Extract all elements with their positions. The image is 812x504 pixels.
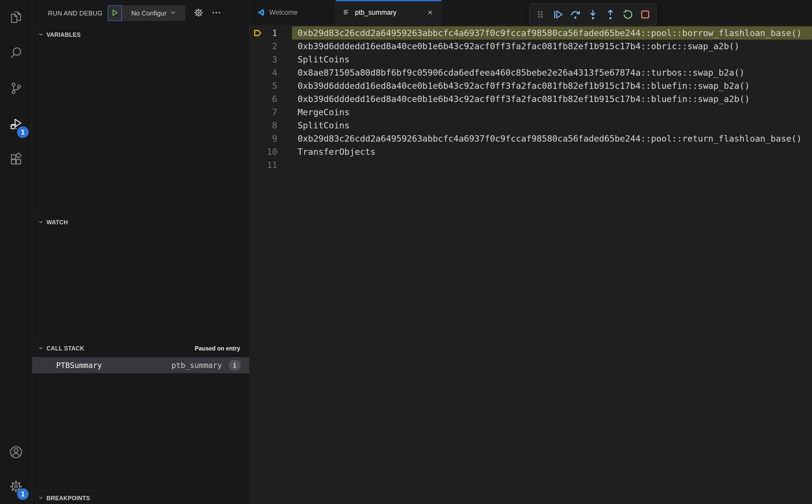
sidebar-title: RUN AND DEBUG <box>48 10 103 17</box>
step-over-icon <box>569 8 582 21</box>
editor-lines: 1 0xb29d83c26cdd2a64959263abbcfc4a6937f0… <box>250 26 812 172</box>
breakpoints-section: BREAKPOINTS <box>32 490 249 504</box>
line-gutter[interactable]: 7 <box>250 106 292 119</box>
sidebar-item-extensions[interactable] <box>0 142 32 178</box>
frame-file-name: ptb_summary <box>171 361 222 370</box>
line-number: 9 <box>250 132 277 145</box>
manage-settings-button[interactable]: 1 <box>0 470 32 504</box>
step-into-button[interactable] <box>586 7 600 22</box>
run-and-debug-sidebar: RUN AND DEBUG No Configur <box>32 0 249 504</box>
line-text[interactable]: 0x8ae871505a80d8bf6bf9c05906cda6edfeea46… <box>292 66 812 79</box>
debug-config-dropdown[interactable]: No Configur <box>122 5 185 21</box>
editor-code-area[interactable]: 1 0xb29d83c26cdd2a64959263abbcfc4a6937f0… <box>250 25 812 504</box>
vscode-window: 1 <box>0 0 812 504</box>
restart-button[interactable] <box>621 7 635 22</box>
start-debug-button[interactable] <box>108 5 122 21</box>
step-over-button[interactable] <box>568 7 583 22</box>
watch-section-label: WATCH <box>46 219 68 226</box>
chevron-down-icon <box>38 219 44 226</box>
line-text[interactable] <box>292 158 812 172</box>
line-gutter[interactable]: 11 <box>250 158 292 172</box>
step-into-icon <box>587 8 599 21</box>
continue-button[interactable] <box>551 7 565 22</box>
line-text[interactable]: SplitCoins <box>292 53 812 66</box>
sidebar-item-explorer[interactable] <box>0 0 32 36</box>
close-icon <box>427 9 434 16</box>
line-gutter[interactable]: 1 <box>250 26 292 40</box>
source-control-icon <box>9 81 23 97</box>
close-tab-button[interactable] <box>426 8 435 17</box>
breakpoints-section-header[interactable]: BREAKPOINTS <box>32 490 249 504</box>
settings-badge: 1 <box>17 488 29 500</box>
sidebar-item-run-and-debug[interactable]: 1 <box>0 107 32 142</box>
code-line[interactable]: 5 0xb39d6dddedd16ed8a40ce0b1e6b43c92acf0… <box>250 79 812 92</box>
line-gutter[interactable]: 10 <box>250 145 292 158</box>
line-gutter[interactable]: 9 <box>250 132 292 145</box>
breakpoints-section-label: BREAKPOINTS <box>46 495 90 502</box>
line-number: 2 <box>250 40 277 53</box>
debug-badge: 1 <box>17 126 29 138</box>
call-stack-section-label: CALL STACK <box>46 345 84 352</box>
chevron-down-icon <box>170 9 176 18</box>
explorer-icon <box>9 10 23 26</box>
line-gutter[interactable]: 8 <box>250 119 292 132</box>
open-launch-json-button[interactable] <box>192 7 205 20</box>
sidebar-item-search[interactable] <box>0 36 32 71</box>
tab-ptb-summary[interactable]: ptb_summary <box>336 0 442 25</box>
line-gutter[interactable]: 4 <box>250 66 292 79</box>
code-line[interactable]: 6 0xb39d6dddedd16ed8a40ce0b1e6b43c92acf0… <box>250 92 812 106</box>
line-text[interactable]: TransferObjects <box>292 145 812 158</box>
line-gutter[interactable]: 5 <box>250 79 292 92</box>
chevron-down-icon <box>38 345 44 352</box>
sidebar-header: RUN AND DEBUG No Configur <box>32 0 249 26</box>
code-line[interactable]: 11 <box>250 158 812 172</box>
chevron-down-icon <box>38 495 44 502</box>
sidebar-item-source-control[interactable] <box>0 71 32 107</box>
toolbar-drag-handle[interactable] <box>533 7 548 22</box>
chevron-down-icon <box>38 31 44 38</box>
line-number: 7 <box>250 106 277 119</box>
call-stack-frame-row[interactable]: PTBSummary ptb_summary 1 <box>32 357 249 373</box>
activity-bar: 1 <box>0 0 32 504</box>
line-text[interactable]: 0xb29d83c26cdd2a64959263abbcfc4a6937f0c9… <box>292 132 812 145</box>
code-line[interactable]: 1 0xb29d83c26cdd2a64959263abbcfc4a6937f0… <box>250 26 812 40</box>
views-more-actions-button[interactable] <box>210 7 223 20</box>
accounts-button[interactable] <box>0 435 32 470</box>
line-text[interactable]: 0xb39d6dddedd16ed8a40ce0b1e6b43c92acf0ff… <box>292 79 812 92</box>
variables-section-label: VARIABLES <box>46 31 81 38</box>
code-line[interactable]: 7 MergeCoins <box>250 106 812 119</box>
paused-status-text: Paused on entry <box>195 345 240 352</box>
code-line[interactable]: 8 SplitCoins <box>250 119 812 132</box>
line-gutter[interactable]: 6 <box>250 92 292 106</box>
code-line[interactable]: 10 TransferObjects <box>250 145 812 158</box>
line-gutter[interactable]: 2 <box>250 40 292 53</box>
line-number: 4 <box>250 66 277 79</box>
step-out-button[interactable] <box>603 7 618 22</box>
line-gutter[interactable]: 3 <box>250 53 292 66</box>
line-text[interactable]: MergeCoins <box>292 106 812 119</box>
line-text[interactable]: 0xb29d83c26cdd2a64959263abbcfc4a6937f0c9… <box>292 26 812 40</box>
line-text[interactable]: SplitCoins <box>292 119 812 132</box>
debug-config-value: No Configur <box>131 9 166 17</box>
line-number: 10 <box>250 145 277 158</box>
code-line[interactable]: 9 0xb29d83c26cdd2a64959263abbcfc4a6937f0… <box>250 132 812 145</box>
line-number: 8 <box>250 119 277 132</box>
code-line[interactable]: 2 0xb39d6dddedd16ed8a40ce0b1e6b43c92acf0… <box>250 40 812 53</box>
line-text[interactable]: 0xb39d6dddedd16ed8a40ce0b1e6b43c92acf0ff… <box>292 40 812 53</box>
debug-toolbar <box>529 3 657 26</box>
code-line[interactable]: 4 0x8ae871505a80d8bf6bf9c05906cda6edfeea… <box>250 66 812 79</box>
code-line[interactable]: 3 SplitCoins <box>250 53 812 66</box>
stop-button[interactable] <box>638 7 653 22</box>
play-icon <box>110 8 119 18</box>
line-text[interactable]: 0xb39d6dddedd16ed8a40ce0b1e6b43c92acf0ff… <box>292 92 812 106</box>
stop-icon <box>639 8 652 21</box>
tab-welcome[interactable]: Welcome <box>250 0 336 25</box>
variables-section-header[interactable]: VARIABLES <box>32 27 249 43</box>
step-out-icon <box>604 8 617 21</box>
watch-section-header[interactable]: WATCH <box>32 214 249 230</box>
call-stack-section-header[interactable]: CALL STACK Paused on entry <box>32 340 249 357</box>
frame-line-badge: 1 <box>228 360 241 371</box>
restart-icon <box>622 8 634 21</box>
line-number: 11 <box>250 158 277 172</box>
frame-name: PTBSummary <box>56 361 102 370</box>
